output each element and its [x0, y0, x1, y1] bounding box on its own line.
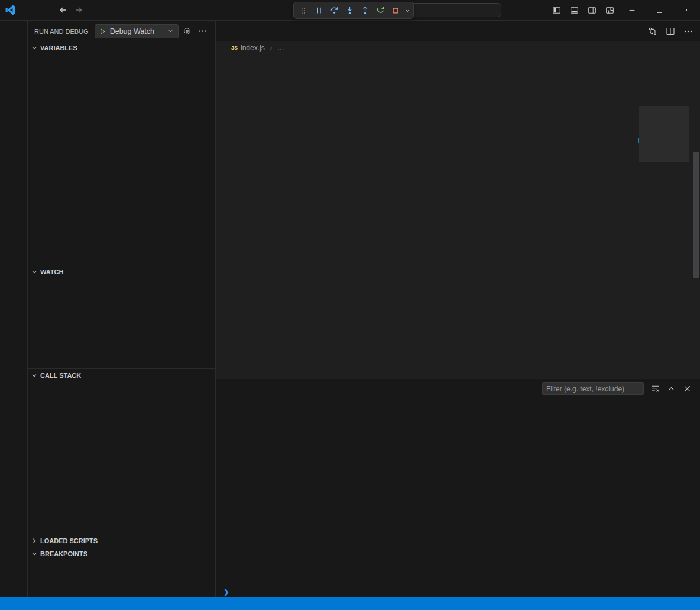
- section-variables[interactable]: VARIABLES: [28, 41, 215, 54]
- debug-settings-gear-icon[interactable]: [181, 25, 194, 38]
- nav-back-icon[interactable]: [59, 5, 68, 15]
- code-editor[interactable]: [216, 54, 700, 379]
- launch-config-dropdown[interactable]: Debug Watch: [95, 24, 179, 38]
- section-watch-label: WATCH: [40, 268, 64, 275]
- clear-console-icon[interactable]: [651, 384, 660, 393]
- toggle-sidebar-icon[interactable]: [547, 0, 565, 20]
- stop-dropdown-chevron-icon[interactable]: [404, 7, 411, 14]
- section-watch[interactable]: WATCH: [28, 265, 215, 278]
- call-stack-body: [28, 381, 215, 534]
- debug-console-output[interactable]: [216, 398, 700, 586]
- vscode-logo-icon: [5, 5, 16, 15]
- section-call-stack[interactable]: CALL STACK: [28, 368, 215, 381]
- toggle-panel-icon[interactable]: [565, 0, 583, 20]
- editor-more-actions-icon[interactable]: [683, 27, 693, 36]
- section-breakpoints-label: BREAKPOINTS: [40, 550, 88, 557]
- restart-icon[interactable]: [373, 4, 387, 18]
- watch-body: [28, 278, 215, 368]
- editor-scrollbar-thumb[interactable]: [693, 152, 699, 278]
- section-breakpoints[interactable]: BREAKPOINTS: [28, 547, 215, 560]
- launch-config-label: Debug Watch: [110, 27, 164, 35]
- activity-bar: [0, 21, 28, 597]
- start-debug-icon: [99, 28, 106, 35]
- chevron-down-icon: [167, 28, 174, 34]
- stop-icon[interactable]: [388, 4, 403, 18]
- minimap-slider[interactable]: [639, 106, 689, 162]
- close-window-button[interactable]: [673, 0, 700, 20]
- console-prompt: ❯: [223, 588, 229, 596]
- minimize-button[interactable]: [618, 0, 646, 20]
- status-bar: [0, 597, 700, 610]
- breadcrumb-rest: …: [277, 44, 284, 52]
- debug-toolbar: [293, 2, 414, 19]
- console-filter-input[interactable]: [542, 382, 644, 395]
- breadcrumb-file: index.js: [241, 44, 265, 52]
- breadcrumb[interactable]: JS index.js …: [216, 41, 700, 54]
- section-loaded-scripts-label: LOADED SCRIPTS: [40, 537, 98, 544]
- step-into-icon[interactable]: [342, 4, 357, 18]
- title-bar: ]: [0, 0, 700, 21]
- section-call-stack-label: CALL STACK: [40, 372, 81, 379]
- pause-icon[interactable]: [312, 4, 326, 18]
- toolbar-grip-icon[interactable]: [296, 4, 310, 18]
- js-file-icon: JS: [231, 45, 238, 51]
- maximize-panel-icon[interactable]: [667, 384, 676, 393]
- views-more-actions-icon[interactable]: [196, 25, 209, 38]
- nav-forward-icon[interactable]: [74, 5, 83, 15]
- customize-layout-icon[interactable]: [601, 0, 618, 20]
- step-out-icon[interactable]: [358, 4, 372, 18]
- panel-tab-bar: [216, 379, 700, 398]
- bottom-panel: ❯: [216, 379, 700, 597]
- minimap-modified-marker: [638, 138, 639, 143]
- debug-console-input[interactable]: ❯: [216, 586, 700, 597]
- open-changes-icon[interactable]: [648, 27, 657, 36]
- step-over-icon[interactable]: [327, 4, 341, 18]
- variables-body: [28, 54, 215, 265]
- editor-tab-bar: [216, 21, 700, 41]
- editor-scrollbar[interactable]: [692, 54, 700, 379]
- sidebar-title: RUN AND DEBUG: [34, 28, 89, 35]
- chevron-right-icon: [268, 45, 274, 51]
- section-loaded-scripts[interactable]: LOADED SCRIPTS: [28, 534, 215, 547]
- maximize-button[interactable]: [646, 0, 673, 20]
- toggle-secondary-sidebar-icon[interactable]: [583, 0, 601, 20]
- split-editor-icon[interactable]: [666, 27, 675, 36]
- section-variables-label: VARIABLES: [40, 44, 77, 51]
- run-and-debug-sidebar: RUN AND DEBUG Debug Watch VARIABLES WATC…: [28, 21, 216, 597]
- close-panel-icon[interactable]: [683, 384, 692, 393]
